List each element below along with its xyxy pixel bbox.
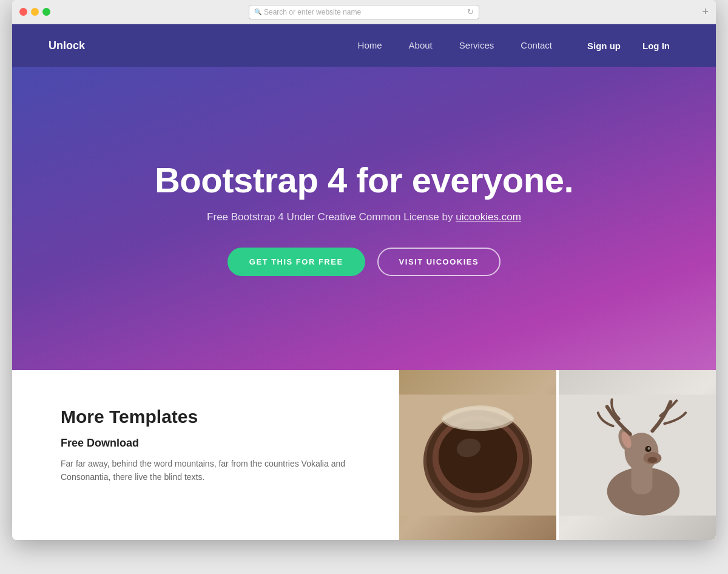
bottom-section: More Templates Free Download Far far awa… <box>12 370 716 540</box>
nav-auth: Sign up Log In <box>578 41 679 51</box>
login-link[interactable]: Log In <box>633 41 679 51</box>
browser-titlebar: 🔍 Search or enter website name ↻ + <box>12 0 716 24</box>
refresh-icon[interactable]: ↻ <box>467 7 474 16</box>
search-icon: 🔍 <box>254 8 261 15</box>
section-text: Far far away, behind the word mountains,… <box>61 457 351 484</box>
navbar-brand[interactable]: Unlock <box>49 39 85 52</box>
signup-link[interactable]: Sign up <box>578 41 630 51</box>
section-subtitle: Free Download <box>61 437 351 450</box>
hero-title: Bootstrap 4 for everyone. <box>155 161 573 200</box>
close-button[interactable] <box>19 8 27 16</box>
nav-link-home[interactable]: Home <box>345 40 396 50</box>
visit-uicookies-button[interactable]: VISIT UICOOKIES <box>377 248 501 276</box>
website-content: Unlock Home About Services Contact Sign … <box>12 24 716 540</box>
browser-window: 🔍 Search or enter website name ↻ + Unloc… <box>12 0 716 540</box>
nav-links: Home About Services Contact <box>345 40 565 51</box>
template-image-2 <box>559 370 716 540</box>
new-tab-button[interactable]: + <box>702 5 709 18</box>
address-bar-text: Search or enter website name <box>264 8 361 16</box>
nav-link-contact[interactable]: Contact <box>507 40 565 50</box>
bottom-left-content: More Templates Free Download Far far awa… <box>12 370 399 540</box>
navbar: Unlock Home About Services Contact Sign … <box>12 24 716 67</box>
nav-link-about[interactable]: About <box>396 40 446 50</box>
traffic-lights <box>19 8 50 16</box>
hero-buttons: GET THIS FOR FREE VISIT UICOOKIES <box>228 248 500 276</box>
hero-subtitle: Free Bootstrap 4 Under Creative Common L… <box>207 211 521 223</box>
bottom-right-images <box>399 370 716 540</box>
minimize-button[interactable] <box>31 8 39 16</box>
address-bar[interactable]: 🔍 Search or enter website name ↻ <box>249 5 479 19</box>
svg-point-15 <box>647 457 657 463</box>
hero-section: Bootstrap 4 for everyone. Free Bootstrap… <box>12 67 716 370</box>
maximize-button[interactable] <box>42 8 50 16</box>
svg-point-5 <box>439 420 517 493</box>
template-image-1 <box>399 370 556 540</box>
section-title: More Templates <box>61 407 351 427</box>
nav-link-services[interactable]: Services <box>446 40 508 50</box>
svg-point-13 <box>647 447 650 450</box>
get-free-button[interactable]: GET THIS FOR FREE <box>228 248 365 276</box>
hero-subtitle-link[interactable]: uicookies.com <box>456 211 521 223</box>
